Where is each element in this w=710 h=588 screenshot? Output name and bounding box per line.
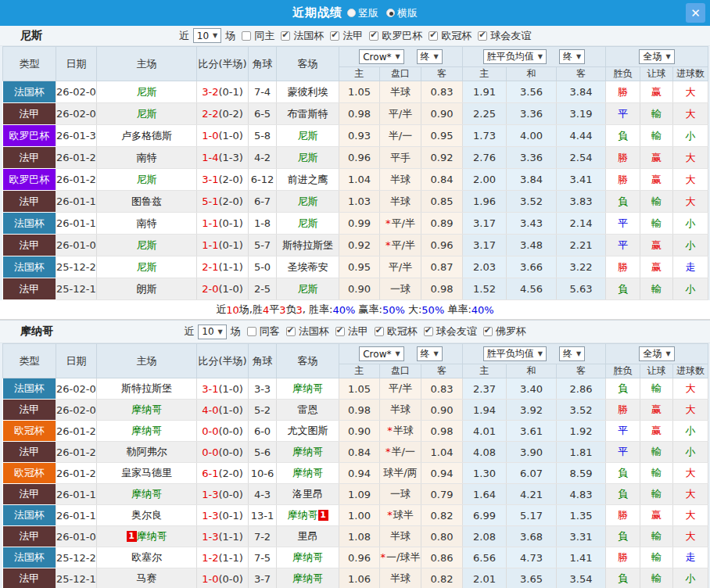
competition-checkbox-monaco-2[interactable] xyxy=(375,327,384,336)
home-team-cell: 卢多格德斯 xyxy=(97,125,197,147)
filter-controls-nice: 近10▼场同主法国杯法甲欧罗巴杯欧冠杯球会友谊 xyxy=(179,28,531,43)
avg-draw: 3.36 xyxy=(507,103,557,125)
match-row: 欧罗巴杯26-01-30卢多格德斯1-0(1-0)5-8尼斯0.93半/一0.9… xyxy=(3,125,708,147)
chevron-down-icon: ▼ xyxy=(434,350,439,357)
competition-checkbox-nice-0[interactable] xyxy=(281,31,290,41)
odds-away: 0.94 xyxy=(421,463,463,484)
col-header-date: 日期 xyxy=(56,344,97,378)
avg-home: 2.08 xyxy=(463,526,507,547)
odds-home: 0.99 xyxy=(339,213,380,235)
competition-label: 法甲 xyxy=(348,324,368,339)
halftime-score: (2-0) xyxy=(218,174,242,185)
avg-home: 2.03 xyxy=(463,256,507,278)
corner-count: 7-2 xyxy=(249,526,277,547)
competition-checkbox-monaco-4[interactable] xyxy=(483,327,493,336)
match-date: 26-02-05 xyxy=(56,81,97,103)
match-row: 法国杯26-02-06斯特拉斯堡3-1(1-0)3-3摩纳哥1.05平/半0.8… xyxy=(3,378,708,400)
result-handicap: 赢 xyxy=(640,169,673,191)
competition-type-cell: 欧冠杯 xyxy=(3,463,56,484)
match-count-select-nice[interactable]: 10▼ xyxy=(193,28,221,43)
avg-away: 8.59 xyxy=(557,463,606,484)
match-count-select-monaco[interactable]: 10▼ xyxy=(198,324,226,339)
avg-select-nice[interactable]: 胜平负均值▼ xyxy=(483,49,547,64)
fulltime-score: 2-1 xyxy=(202,261,218,273)
avg-draw: 3.68 xyxy=(507,526,557,547)
competition-checkbox-monaco-1[interactable] xyxy=(335,327,345,336)
radio-selected-icon[interactable] xyxy=(386,9,395,17)
competition-checkbox-nice-4[interactable] xyxy=(478,31,487,41)
sub-header-0: 主 xyxy=(339,67,380,81)
avg-draw: 3.56 xyxy=(507,81,557,103)
handicap-cell: 平/半 xyxy=(380,256,421,278)
competition-type-cell: 法国杯 xyxy=(3,213,56,235)
radio-horizontal-layout[interactable]: 横版 xyxy=(386,6,418,20)
chevron-down-icon: ▼ xyxy=(213,32,217,39)
fulltime-score: 3-2 xyxy=(202,86,218,98)
result-goals: 小 xyxy=(673,213,708,235)
match-date: 26-01-12 xyxy=(56,213,97,235)
radio-vertical-layout[interactable]: 竖版 xyxy=(347,6,378,20)
corner-count: 4-3 xyxy=(249,484,277,505)
match-date: 26-01-25 xyxy=(56,147,97,169)
match-date: 26-01-23 xyxy=(56,169,97,191)
summary-segment: 赢率: xyxy=(355,303,382,317)
sub-header-2: 客 xyxy=(421,67,463,81)
radio-unselected-icon[interactable] xyxy=(347,9,356,17)
full-match-select-monaco[interactable]: 全场▼ xyxy=(639,346,674,361)
avg-home: 2.25 xyxy=(463,103,507,125)
avg-select-monaco[interactable]: 胜平负均值▼ xyxy=(483,346,547,361)
summary-segment: 50% xyxy=(421,304,444,316)
dialog-titlebar: 近期战绩 竖版 横版 ✕ xyxy=(0,0,710,26)
competition-label: 欧冠杯 xyxy=(441,29,472,43)
avg-final-select-monaco-value: 终 xyxy=(563,347,572,360)
summary-segment: 40% xyxy=(472,304,494,316)
home-team-name: 尼斯 xyxy=(137,174,157,185)
competition-type-cell: 法国杯 xyxy=(3,256,56,278)
avg-draw: 3.90 xyxy=(507,442,557,463)
corner-count: 7-4 xyxy=(249,81,277,103)
layout-radio-group: 竖版 横版 xyxy=(347,6,418,20)
odds-home: 1.05 xyxy=(339,81,380,103)
competition-checkbox-nice-3[interactable] xyxy=(429,31,438,41)
odds-final-select-monaco[interactable]: 终▼ xyxy=(417,346,443,361)
match-row: 法甲26-01-25南特1-4(1-3)4-2尼斯0.96平手0.922.763… xyxy=(3,147,708,169)
asterisk-mark: * xyxy=(387,425,393,436)
home-team-name: 南特 xyxy=(137,217,157,229)
competition-type-cell: 法甲 xyxy=(3,147,56,169)
odds-company-select-nice[interactable]: Crow*▼ xyxy=(359,49,403,64)
competition-checkbox-nice-1[interactable] xyxy=(330,31,339,41)
odds-home: 0.92 xyxy=(339,235,380,256)
avg-final-select-nice[interactable]: 终▼ xyxy=(559,49,585,64)
same-venue-checkbox-monaco[interactable] xyxy=(247,327,256,336)
summary-segment: , 胜率: xyxy=(303,303,333,317)
result-handicap: 輸 xyxy=(640,463,673,484)
result-winloss: 負 xyxy=(606,526,640,547)
competition-checkbox-nice-2[interactable] xyxy=(369,31,378,41)
avg-draw: 3.48 xyxy=(507,235,557,256)
full-group-header: 全场▼ xyxy=(606,47,708,67)
handicap-cell: 球半/两 xyxy=(380,463,421,484)
result-handicap: 赢 xyxy=(640,256,673,278)
corner-count: 13-1 xyxy=(249,505,277,526)
summary-segment: 大: xyxy=(405,303,422,317)
competition-type-cell: 法国杯 xyxy=(3,81,56,103)
avg-away: 3.54 xyxy=(557,568,606,588)
full-match-select-nice[interactable]: 全场▼ xyxy=(639,49,674,64)
match-row: 欧冠杯26-01-29摩纳哥0-0(0-0)6-0尤文图斯0.90*半球0.98… xyxy=(3,421,708,442)
competition-checkbox-monaco-3[interactable] xyxy=(424,327,433,336)
odds-home: 1.09 xyxy=(339,484,380,505)
result-handicap: 輸 xyxy=(640,278,673,300)
odds-company-select-monaco[interactable]: Crow*▼ xyxy=(359,346,403,361)
same-venue-checkbox-nice[interactable] xyxy=(242,31,251,41)
matches-table-monaco: 类型日期主场比分(半场)角球客场Crow*▼终▼胜平负均值▼终▼全场▼主盘口客主… xyxy=(2,343,708,588)
close-button[interactable]: ✕ xyxy=(686,3,705,23)
avg-final-select-monaco[interactable]: 终▼ xyxy=(559,346,585,361)
match-row: 法国杯26-01-10奥尔良1-3(0-1)13-1摩纳哥11.00*球半0.8… xyxy=(3,505,708,526)
match-date: 26-01-25 xyxy=(56,442,97,463)
games-label: 场 xyxy=(231,324,241,339)
competition-checkbox-monaco-0[interactable] xyxy=(286,327,296,336)
home-team-cell: 尼斯 xyxy=(97,256,197,278)
corner-count: 5-6 xyxy=(249,442,277,463)
odds-final-select-nice[interactable]: 终▼ xyxy=(417,49,443,64)
result-handicap: 輸 xyxy=(640,378,673,400)
